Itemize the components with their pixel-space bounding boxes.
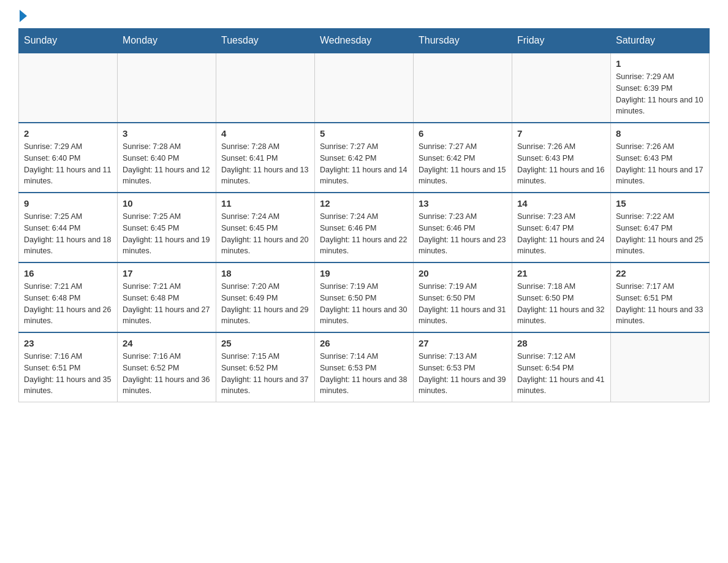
day-info: Sunrise: 7:18 AMSunset: 6:50 PMDaylight:…	[517, 281, 605, 327]
day-number: 22	[616, 268, 704, 278]
day-number: 2	[24, 128, 112, 139]
calendar-cell: 25Sunrise: 7:15 AMSunset: 6:52 PMDayligh…	[216, 332, 315, 402]
calendar-cell: 2Sunrise: 7:29 AMSunset: 6:40 PMDaylight…	[19, 123, 118, 193]
col-friday: Friday	[512, 29, 611, 53]
day-info: Sunrise: 7:19 AMSunset: 6:50 PMDaylight:…	[419, 281, 507, 327]
day-info: Sunrise: 7:23 AMSunset: 6:47 PMDaylight:…	[517, 211, 605, 257]
day-number: 3	[123, 128, 211, 139]
day-info: Sunrise: 7:27 AMSunset: 6:42 PMDaylight:…	[419, 141, 507, 187]
logo	[18, 12, 27, 22]
day-info: Sunrise: 7:14 AMSunset: 6:53 PMDaylight:…	[320, 351, 408, 397]
day-number: 21	[517, 268, 605, 278]
day-info: Sunrise: 7:28 AMSunset: 6:40 PMDaylight:…	[123, 141, 211, 187]
day-info: Sunrise: 7:24 AMSunset: 6:45 PMDaylight:…	[221, 211, 309, 257]
day-number: 28	[517, 338, 605, 348]
day-info: Sunrise: 7:26 AMSunset: 6:43 PMDaylight:…	[517, 141, 605, 187]
day-number: 7	[517, 128, 605, 139]
calendar-cell: 21Sunrise: 7:18 AMSunset: 6:50 PMDayligh…	[512, 262, 611, 332]
col-monday: Monday	[118, 29, 216, 53]
day-number: 27	[419, 338, 507, 348]
day-info: Sunrise: 7:21 AMSunset: 6:48 PMDaylight:…	[123, 281, 211, 327]
calendar-cell: 17Sunrise: 7:21 AMSunset: 6:48 PMDayligh…	[118, 262, 216, 332]
calendar-cell: 15Sunrise: 7:22 AMSunset: 6:47 PMDayligh…	[611, 193, 710, 262]
day-info: Sunrise: 7:29 AMSunset: 6:40 PMDaylight:…	[24, 141, 112, 187]
day-number: 11	[221, 198, 309, 209]
day-info: Sunrise: 7:19 AMSunset: 6:50 PMDaylight:…	[320, 281, 408, 327]
calendar-cell	[118, 53, 216, 123]
day-info: Sunrise: 7:28 AMSunset: 6:41 PMDaylight:…	[221, 141, 309, 187]
day-info: Sunrise: 7:13 AMSunset: 6:53 PMDaylight:…	[419, 351, 507, 397]
day-number: 13	[419, 198, 507, 209]
calendar-cell: 1Sunrise: 7:29 AMSunset: 6:39 PMDaylight…	[611, 53, 710, 123]
calendar-week-row: 2Sunrise: 7:29 AMSunset: 6:40 PMDaylight…	[19, 123, 710, 193]
calendar-cell: 10Sunrise: 7:25 AMSunset: 6:45 PMDayligh…	[118, 193, 216, 262]
calendar-cell: 28Sunrise: 7:12 AMSunset: 6:54 PMDayligh…	[512, 332, 611, 402]
day-info: Sunrise: 7:20 AMSunset: 6:49 PMDaylight:…	[221, 281, 309, 327]
col-tuesday: Tuesday	[216, 29, 315, 53]
day-number: 23	[24, 338, 112, 348]
calendar-week-row: 9Sunrise: 7:25 AMSunset: 6:44 PMDaylight…	[19, 193, 710, 262]
day-info: Sunrise: 7:23 AMSunset: 6:46 PMDaylight:…	[419, 211, 507, 257]
calendar-table: Sunday Monday Tuesday Wednesday Thursday…	[18, 28, 710, 402]
day-number: 25	[221, 338, 309, 348]
day-info: Sunrise: 7:22 AMSunset: 6:47 PMDaylight:…	[616, 211, 704, 257]
day-number: 18	[221, 268, 309, 278]
calendar-cell	[216, 53, 315, 123]
calendar-cell: 3Sunrise: 7:28 AMSunset: 6:40 PMDaylight…	[118, 123, 216, 193]
logo-arrow-icon	[20, 10, 27, 22]
day-info: Sunrise: 7:16 AMSunset: 6:51 PMDaylight:…	[24, 351, 112, 397]
calendar-cell: 13Sunrise: 7:23 AMSunset: 6:46 PMDayligh…	[414, 193, 512, 262]
day-number: 20	[419, 268, 507, 278]
calendar-cell	[414, 53, 512, 123]
calendar-cell: 27Sunrise: 7:13 AMSunset: 6:53 PMDayligh…	[414, 332, 512, 402]
day-number: 24	[123, 338, 211, 348]
calendar-cell	[19, 53, 118, 123]
calendar-cell: 4Sunrise: 7:28 AMSunset: 6:41 PMDaylight…	[216, 123, 315, 193]
day-number: 19	[320, 268, 408, 278]
calendar-week-row: 23Sunrise: 7:16 AMSunset: 6:51 PMDayligh…	[19, 332, 710, 402]
day-number: 12	[320, 198, 408, 209]
col-saturday: Saturday	[611, 29, 710, 53]
day-number: 4	[221, 128, 309, 139]
day-number: 16	[24, 268, 112, 278]
day-number: 17	[123, 268, 211, 278]
day-info: Sunrise: 7:16 AMSunset: 6:52 PMDaylight:…	[123, 351, 211, 397]
page-header	[18, 12, 710, 22]
day-info: Sunrise: 7:29 AMSunset: 6:39 PMDaylight:…	[616, 71, 704, 117]
day-info: Sunrise: 7:25 AMSunset: 6:44 PMDaylight:…	[24, 211, 112, 257]
calendar-cell: 20Sunrise: 7:19 AMSunset: 6:50 PMDayligh…	[414, 262, 512, 332]
day-info: Sunrise: 7:21 AMSunset: 6:48 PMDaylight:…	[24, 281, 112, 327]
calendar-cell: 22Sunrise: 7:17 AMSunset: 6:51 PMDayligh…	[611, 262, 710, 332]
day-info: Sunrise: 7:25 AMSunset: 6:45 PMDaylight:…	[123, 211, 211, 257]
calendar-cell: 24Sunrise: 7:16 AMSunset: 6:52 PMDayligh…	[118, 332, 216, 402]
calendar-cell: 5Sunrise: 7:27 AMSunset: 6:42 PMDaylight…	[315, 123, 414, 193]
col-sunday: Sunday	[19, 29, 118, 53]
day-number: 5	[320, 128, 408, 139]
day-number: 9	[24, 198, 112, 209]
col-thursday: Thursday	[414, 29, 512, 53]
calendar-cell: 18Sunrise: 7:20 AMSunset: 6:49 PMDayligh…	[216, 262, 315, 332]
calendar-cell: 12Sunrise: 7:24 AMSunset: 6:46 PMDayligh…	[315, 193, 414, 262]
calendar-cell	[512, 53, 611, 123]
calendar-week-row: 16Sunrise: 7:21 AMSunset: 6:48 PMDayligh…	[19, 262, 710, 332]
day-number: 26	[320, 338, 408, 348]
calendar-cell: 19Sunrise: 7:19 AMSunset: 6:50 PMDayligh…	[315, 262, 414, 332]
col-wednesday: Wednesday	[315, 29, 414, 53]
calendar-cell: 23Sunrise: 7:16 AMSunset: 6:51 PMDayligh…	[19, 332, 118, 402]
day-number: 8	[616, 128, 704, 139]
calendar-cell: 14Sunrise: 7:23 AMSunset: 6:47 PMDayligh…	[512, 193, 611, 262]
day-number: 1	[616, 58, 704, 69]
day-info: Sunrise: 7:27 AMSunset: 6:42 PMDaylight:…	[320, 141, 408, 187]
calendar-cell: 16Sunrise: 7:21 AMSunset: 6:48 PMDayligh…	[19, 262, 118, 332]
calendar-week-row: 1Sunrise: 7:29 AMSunset: 6:39 PMDaylight…	[19, 53, 710, 123]
calendar-header-row: Sunday Monday Tuesday Wednesday Thursday…	[19, 29, 710, 53]
day-number: 14	[517, 198, 605, 209]
day-info: Sunrise: 7:15 AMSunset: 6:52 PMDaylight:…	[221, 351, 309, 397]
day-info: Sunrise: 7:12 AMSunset: 6:54 PMDaylight:…	[517, 351, 605, 397]
calendar-cell: 8Sunrise: 7:26 AMSunset: 6:43 PMDaylight…	[611, 123, 710, 193]
day-number: 10	[123, 198, 211, 209]
calendar-cell	[315, 53, 414, 123]
calendar-cell: 11Sunrise: 7:24 AMSunset: 6:45 PMDayligh…	[216, 193, 315, 262]
day-number: 15	[616, 198, 704, 209]
day-info: Sunrise: 7:24 AMSunset: 6:46 PMDaylight:…	[320, 211, 408, 257]
